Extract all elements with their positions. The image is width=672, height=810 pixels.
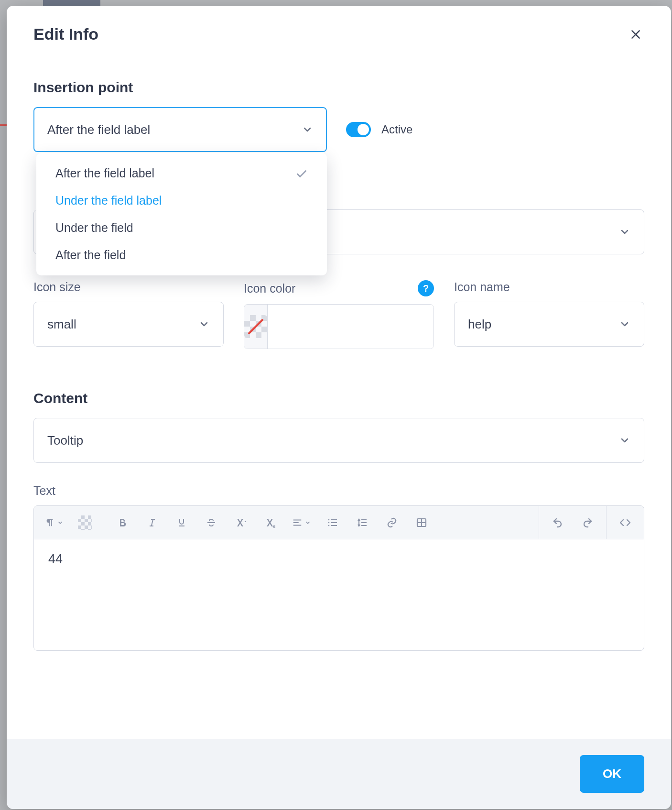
- chevron-down-icon: [57, 519, 64, 526]
- icon-name-select[interactable]: help: [454, 302, 644, 347]
- dropdown-option-label: Under the field label: [55, 194, 162, 208]
- dropdown-option[interactable]: After the field: [36, 241, 327, 269]
- color-picker-button[interactable]: [244, 305, 268, 349]
- ok-button[interactable]: OK: [580, 755, 644, 793]
- insertion-select-wrap: After the field label After the field la…: [33, 107, 327, 152]
- toolbar-group-code: [606, 506, 644, 539]
- icon-color-field: [244, 304, 434, 349]
- ordered-list-button[interactable]: [325, 514, 341, 531]
- undo-button[interactable]: [550, 514, 566, 531]
- toggle-knob: [358, 124, 369, 135]
- bold-icon: [117, 517, 128, 528]
- background-tab-strip: [43, 0, 100, 6]
- dropdown-option[interactable]: Under the field label: [36, 187, 327, 214]
- svg-point-11: [328, 525, 330, 526]
- icon-color-label: Icon color: [244, 282, 295, 296]
- icon-size-select[interactable]: small: [33, 302, 224, 347]
- toolbar-group-format: [34, 506, 104, 539]
- insertion-section-title: Insertion point: [33, 79, 644, 96]
- edit-info-modal: Edit Info Insertion point After the fiel…: [7, 6, 671, 809]
- icon-color-cell: Icon color ?: [244, 280, 434, 349]
- rich-text-editor: 44: [33, 505, 644, 651]
- undo-icon: [552, 517, 564, 528]
- list-ordered-icon: [327, 517, 338, 528]
- code-view-button[interactable]: [617, 514, 633, 531]
- superscript-icon: [235, 517, 247, 528]
- pilcrow-icon: [44, 517, 55, 528]
- content-section-title: Content: [33, 390, 644, 406]
- redo-button[interactable]: [579, 514, 596, 531]
- editor-textarea[interactable]: 44: [34, 539, 644, 650]
- text-label: Text: [33, 484, 644, 498]
- bold-button[interactable]: [114, 514, 130, 531]
- italic-icon: [146, 517, 158, 528]
- icon-name-label: Icon name: [454, 280, 644, 294]
- link-button[interactable]: [384, 514, 400, 531]
- active-toggle[interactable]: [346, 122, 371, 137]
- icon-name-cell: Icon name help: [454, 280, 644, 349]
- chevron-down-icon: [302, 124, 313, 135]
- icon-color-label-row: Icon color ?: [244, 280, 434, 296]
- chevron-down-icon: [619, 318, 630, 330]
- icon-size-value: small: [47, 317, 76, 332]
- toolbar-group-text: [104, 506, 440, 539]
- background-accent-line: [0, 124, 7, 126]
- subscript-icon: [265, 517, 276, 528]
- clear-format-button[interactable]: [77, 514, 93, 531]
- chevron-down-icon: [304, 519, 311, 526]
- toolbar-right: [539, 506, 644, 539]
- insertion-point-value: After the field label: [47, 122, 150, 137]
- superscript-button[interactable]: [233, 514, 249, 531]
- chevron-down-icon: [198, 318, 210, 330]
- chevron-down-icon: [619, 435, 630, 446]
- active-toggle-wrap: Active: [346, 107, 412, 152]
- toolbar-group-history: [539, 506, 606, 539]
- svg-line-2: [249, 320, 262, 333]
- icon-row: Icon size small Icon color ?: [33, 280, 644, 349]
- subscript-button[interactable]: [262, 514, 279, 531]
- underline-icon: [176, 517, 187, 528]
- align-button[interactable]: [292, 514, 311, 531]
- align-left-icon: [292, 517, 303, 528]
- icon-name-value: help: [468, 317, 491, 332]
- table-icon: [416, 517, 427, 528]
- dropdown-option[interactable]: Under the field: [36, 214, 327, 241]
- strikethrough-button[interactable]: [203, 514, 219, 531]
- active-label: Active: [381, 123, 412, 136]
- underline-button[interactable]: [173, 514, 190, 531]
- no-color-swatch-icon: [244, 315, 267, 338]
- italic-button[interactable]: [144, 514, 160, 531]
- insertion-point-dropdown: After the field label Under the field la…: [36, 153, 327, 275]
- modal-body: Insertion point After the field label Af…: [7, 60, 671, 739]
- help-icon[interactable]: ?: [418, 280, 434, 296]
- content-type-select[interactable]: Tooltip: [33, 418, 644, 463]
- svg-point-9: [328, 519, 330, 520]
- line-height-button[interactable]: [354, 514, 370, 531]
- chevron-down-icon: [619, 226, 630, 238]
- link-icon: [386, 517, 398, 528]
- transparency-icon: [78, 515, 92, 530]
- redo-icon: [582, 517, 593, 528]
- content-type-value: Tooltip: [47, 433, 83, 448]
- insertion-point-select[interactable]: After the field label: [33, 107, 327, 152]
- icon-size-cell: Icon size small: [33, 280, 224, 349]
- modal-title: Edit Info: [33, 25, 98, 44]
- icon-color-input[interactable]: [268, 305, 434, 349]
- paragraph-format-button[interactable]: [44, 514, 64, 531]
- code-icon: [619, 517, 631, 528]
- strikethrough-icon: [206, 517, 217, 528]
- insertion-row: After the field label After the field la…: [33, 107, 644, 152]
- editor-toolbar: [34, 506, 644, 539]
- icon-size-label: Icon size: [33, 280, 224, 294]
- line-height-icon: [357, 517, 368, 528]
- dropdown-option[interactable]: After the field label: [36, 160, 327, 187]
- modal-footer: OK: [7, 739, 671, 809]
- check-icon: [295, 167, 308, 180]
- close-icon: [629, 28, 642, 41]
- svg-point-10: [328, 522, 330, 523]
- close-button[interactable]: [627, 26, 644, 43]
- dropdown-option-label: Under the field: [55, 221, 133, 235]
- modal-header: Edit Info: [7, 6, 671, 60]
- table-button[interactable]: [413, 514, 430, 531]
- content-section: Content Tooltip Text: [33, 390, 644, 651]
